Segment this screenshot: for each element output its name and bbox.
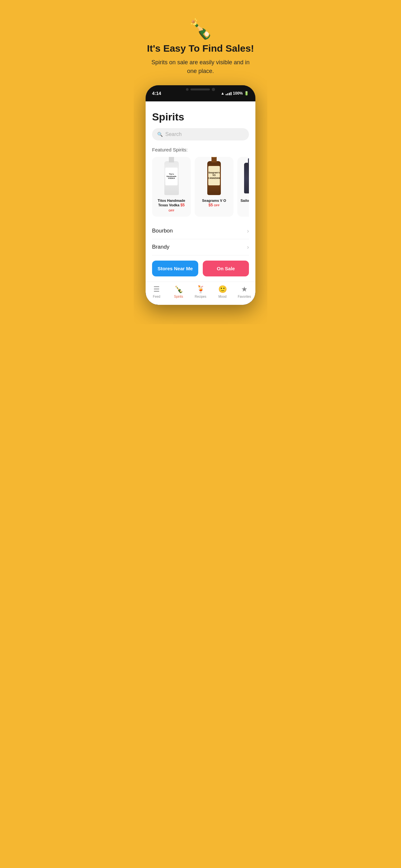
seagrams-name: Seagrams V O $5 OFF [202,198,226,208]
feed-label: Feed [153,295,160,299]
titos-label-text: Tito'sHandmadeVODKA [166,173,177,180]
notch-dot-1 [186,88,189,91]
bottle-sailor-shape [244,163,249,193]
titos-off: OFF [168,209,174,212]
seagrams-label-text: Seagram'sVOCANADIAN [208,172,220,180]
seagrams-off: OFF [214,204,220,207]
category-list: Bourbon › Brandy › [152,223,249,255]
nav-feed[interactable]: ☰ Feed [148,285,166,299]
app-title: Spirits [152,111,249,123]
product-card-sailor[interactable]: Sailor Navy [237,157,249,217]
seagrams-label: Seagram'sVOCANADIAN [208,166,220,185]
featured-label: Featured Spirits: [152,147,249,152]
page-wrapper: 🍾 It's Easy To Find Sales! Spirits on sa… [134,0,267,324]
signal-bars [226,91,232,95]
battery-label: 100% [233,91,243,96]
search-placeholder: Search [165,131,182,137]
status-time: 4:14 [152,91,161,96]
header-section: 🍾 It's Easy To Find Sales! Spirits on sa… [134,13,267,85]
signal-bar-3 [229,93,230,95]
bottle-titos-shape: Tito'sHandmadeVODKA [164,161,179,195]
spirits-label: Spirits [174,295,183,299]
nav-mood[interactable]: 🙂 Mood [214,285,232,299]
titos-name: Titos HandmadeTexas Vodka $5 OFF [155,198,188,213]
phone-mockup: 4:14 ▲ 100% 🔋 [146,85,255,305]
bourbon-label: Bourbon [152,228,173,234]
category-bourbon[interactable]: Bourbon › [152,223,249,239]
mood-icon: 🙂 [218,285,227,293]
nav-spirits[interactable]: 🍾 Spirits [170,285,188,299]
search-bar[interactable]: 🔍 Search [152,128,249,141]
brandy-label: Brandy [152,244,169,250]
brandy-chevron: › [247,244,249,251]
battery-icon: 🔋 [244,91,249,96]
spirits-icon: 🍾 [174,285,183,293]
products-scroll: Tito'sHandmadeVODKA Titos HandmadeTexas … [152,157,249,217]
product-image-sailor [237,160,249,196]
signal-bar-4 [230,92,232,95]
titos-discount: $5 [181,203,185,207]
favorites-label: Favorites [238,295,251,299]
signal-bar-1 [226,94,227,95]
status-right: ▲ 100% 🔋 [220,91,249,96]
wifi-icon: ▲ [220,91,224,96]
header-subtitle: Spirits on sale are easily visible and i… [147,58,254,75]
titos-label: Tito'sHandmadeVODKA [165,167,178,185]
search-icon: 🔍 [157,132,163,137]
signal-bar-2 [227,93,228,95]
bottom-nav: ☰ Feed 🍾 Spirits 🍹 Recipes 🙂 Mood ★ [146,282,255,305]
nav-favorites[interactable]: ★ Favorites [236,285,253,299]
phone-screen: Spirits 🔍 Search Featured Spirits: [146,101,255,305]
product-card-seagrams[interactable]: Seagram'sVOCANADIAN Seagrams V O $5 OFF [195,157,234,217]
bottom-actions: Stores Near Me On Sale [146,255,255,282]
product-image-seagrams: Seagram'sVOCANADIAN [201,160,227,196]
recipes-label: Recipes [195,295,206,299]
recipes-icon: 🍹 [196,285,205,293]
stores-near-me-button[interactable]: Stores Near Me [152,260,198,276]
mood-label: Mood [218,295,226,299]
feed-icon: ☰ [153,285,160,293]
notch-speaker [190,89,210,90]
notch-area [186,85,215,91]
sailor-name: Sailor Navy [241,198,249,203]
status-bar: 4:14 ▲ 100% 🔋 [146,85,255,101]
on-sale-button[interactable]: On Sale [203,260,249,276]
category-brandy[interactable]: Brandy › [152,239,249,255]
header-bottle-icon: 🍾 [189,20,213,39]
product-image-titos: Tito'sHandmadeVODKA [158,160,184,196]
seagrams-discount: $5 [209,203,213,207]
app-content: Spirits 🔍 Search Featured Spirits: [146,101,255,255]
favorites-icon: ★ [241,285,248,293]
bottle-seagrams-shape: Seagram'sVOCANADIAN [207,161,221,195]
nav-recipes[interactable]: 🍹 Recipes [192,285,210,299]
product-card-titos[interactable]: Tito'sHandmadeVODKA Titos HandmadeTexas … [152,157,191,217]
header-title: It's Easy To Find Sales! [147,42,254,54]
bourbon-chevron: › [247,228,249,235]
notch-camera [212,88,215,91]
